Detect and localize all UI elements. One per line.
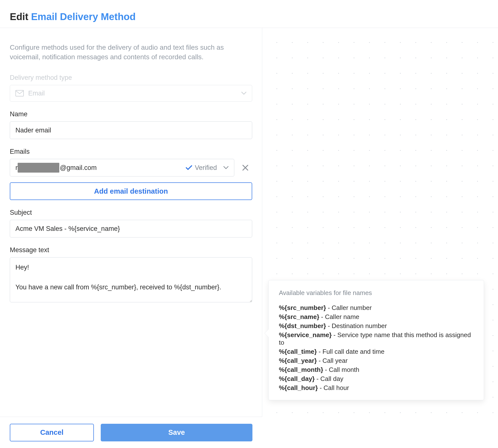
variables-tooltip-title: Available variables for file names (279, 289, 474, 297)
variable-desc: - Caller number (326, 304, 372, 311)
variable-key: %{src_name} (279, 313, 319, 320)
add-email-destination-button[interactable]: Add email destination (10, 182, 252, 200)
chevron-down-icon[interactable] (223, 166, 229, 169)
field-emails: Emails n @gmail.com Verified (10, 148, 252, 200)
save-button[interactable]: Save (101, 424, 252, 441)
select-delivery-type-value: Email (28, 90, 45, 97)
variable-key: %{src_number} (279, 304, 326, 311)
variable-key: %{call_day} (279, 375, 315, 382)
email-redacted-part (18, 163, 59, 173)
field-name: Name (10, 111, 252, 139)
mail-icon (16, 90, 24, 96)
variable-item: %{src_number} - Caller number (279, 304, 474, 312)
svg-rect-0 (16, 90, 23, 96)
variable-item: %{call_day} - Call day (279, 375, 474, 383)
label-delivery-type: Delivery method type (10, 74, 252, 81)
remove-email-button[interactable] (242, 164, 249, 171)
variables-tooltip: Available variables for file names %{src… (268, 280, 484, 400)
variable-key: %{service_name} (279, 331, 332, 338)
check-icon (186, 165, 192, 170)
page-header: Edit Email Delivery Method (0, 0, 498, 28)
email-suffix: @gmail.com (60, 164, 186, 172)
variable-item: %{service_name} - Service type name that… (279, 331, 474, 346)
form-panel: Configure methods used for the delivery … (0, 28, 262, 417)
variable-desc: - Destination number (326, 322, 387, 330)
variable-item: %{call_month} - Call month (279, 366, 474, 374)
title-edit-prefix: Edit (10, 11, 28, 22)
canvas-panel: Available variables for file names %{src… (262, 28, 498, 417)
variable-item: %{src_name} - Caller name (279, 313, 474, 321)
variable-key: %{dst_number} (279, 322, 326, 330)
variable-item: %{dst_number} - Destination number (279, 322, 474, 330)
title-entity-name: Email Delivery Method (31, 11, 136, 22)
variable-key: %{call_month} (279, 366, 323, 373)
email-verified-badge: Verified (186, 164, 217, 172)
label-subject: Subject (10, 209, 252, 216)
variable-item: %{call_year} - Call year (279, 357, 474, 365)
field-message-text: Message text (10, 246, 252, 303)
field-subject: Subject (10, 209, 252, 238)
variable-desc: - Call year (317, 357, 348, 364)
variable-item: %{call_hour} - Call hour (279, 384, 474, 392)
variable-desc: - Call hour (318, 384, 349, 391)
select-delivery-type: Email (10, 85, 252, 102)
variable-item: %{call_time} - Full call date and time (279, 348, 474, 355)
message-textarea[interactable] (10, 257, 252, 302)
variable-key: %{call_time} (279, 348, 317, 355)
label-emails: Emails (10, 148, 252, 156)
variable-key: %{call_hour} (279, 384, 318, 391)
chevron-down-icon (241, 92, 247, 95)
variable-desc: - Call day (315, 375, 343, 382)
form-description: Configure methods used for the delivery … (10, 43, 252, 62)
variable-key: %{call_year} (279, 357, 317, 364)
cancel-button[interactable]: Cancel (10, 424, 94, 441)
variable-desc: - Full call date and time (317, 348, 385, 355)
variable-desc: - Call month (323, 366, 359, 373)
name-input[interactable] (10, 121, 252, 139)
label-message-text: Message text (10, 246, 252, 254)
verified-label: Verified (195, 164, 217, 172)
subject-input[interactable] (10, 220, 252, 238)
email-select[interactable]: n @gmail.com Verified (10, 159, 234, 176)
variable-desc: - Caller name (319, 313, 359, 320)
page-title: Edit Email Delivery Method (10, 11, 488, 22)
label-name: Name (10, 111, 252, 118)
field-delivery-type: Delivery method type Email (10, 74, 252, 102)
form-footer: Cancel Save (0, 417, 262, 448)
variables-list: %{src_number} - Caller number%{src_name}… (279, 304, 474, 392)
